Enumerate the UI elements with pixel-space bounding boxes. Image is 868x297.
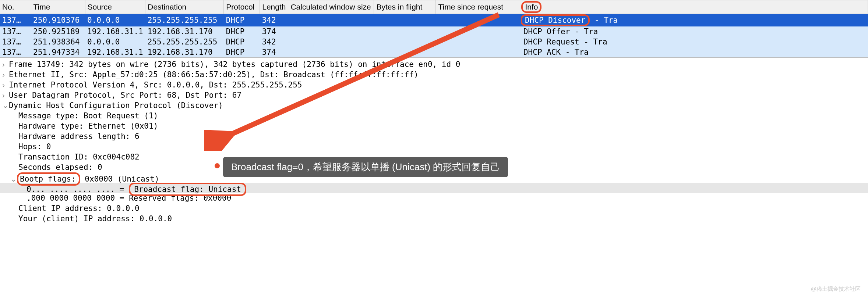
cell-win: [288, 14, 374, 27]
cell-no: 137…: [0, 14, 31, 27]
broadcast-flag-highlight: Broadcast flag: Unicast: [129, 183, 246, 196]
annotation-tooltip: Broadcast flag=0，希望服务器以单播 (Unicast) 的形式回…: [223, 157, 508, 177]
tree-hw-type[interactable]: Hardware type: Ethernet (0x01): [0, 121, 868, 131]
packet-details-pane[interactable]: ›Frame 13749: 342 bytes on wire (2736 bi…: [0, 57, 868, 225]
col-win[interactable]: Calculated window size: [288, 0, 374, 14]
chevron-down-icon: ⌄: [2, 100, 9, 111]
column-header-row[interactable]: No. Time Source Destination Protocol Len…: [0, 0, 868, 14]
col-len[interactable]: Length: [260, 0, 288, 14]
col-info[interactable]: Info: [521, 0, 868, 14]
packet-row[interactable]: 137…251.9383640.0.0.0255.255.255.255DHCP…: [0, 37, 868, 47]
chevron-down-icon: ⌄: [10, 174, 17, 184]
cell-len: 342: [260, 14, 288, 27]
tree-yiaddr[interactable]: Your (client) IP address: 0.0.0.0: [0, 214, 868, 224]
cell-dst: 255.255.255.255: [145, 14, 224, 27]
col-time[interactable]: Time: [31, 0, 85, 14]
col-no[interactable]: No.: [0, 0, 31, 14]
packet-row[interactable]: 137… 250.910376 0.0.0.0 255.255.255.255 …: [0, 14, 868, 27]
tree-frame[interactable]: ›Frame 13749: 342 bytes on wire (2736 bi…: [0, 59, 868, 69]
col-proto[interactable]: Protocol: [224, 0, 260, 14]
col-dst[interactable]: Destination: [145, 0, 224, 14]
col-bytes[interactable]: Bytes in flight: [374, 0, 436, 14]
chevron-right-icon: ›: [2, 90, 9, 100]
cell-bytes: [374, 14, 436, 27]
chevron-right-icon: ›: [2, 69, 9, 80]
tree-msg-type[interactable]: Message type: Boot Request (1): [0, 111, 868, 121]
col-src[interactable]: Source: [85, 0, 145, 14]
tree-dhcp[interactable]: ⌄Dynamic Host Configuration Protocol (Di…: [0, 100, 868, 111]
chevron-right-icon: ›: [2, 80, 9, 90]
tree-hw-len[interactable]: Hardware address length: 6: [0, 131, 868, 142]
tree-udp[interactable]: ›User Datagram Protocol, Src Port: 68, D…: [0, 90, 868, 100]
cell-src: 0.0.0.0: [85, 14, 145, 27]
info-header-highlight: Info: [521, 1, 541, 13]
packet-list-table[interactable]: No. Time Source Destination Protocol Len…: [0, 0, 868, 57]
chevron-right-icon: ›: [2, 59, 9, 69]
tree-ethernet[interactable]: ›Ethernet II, Src: Apple_57:d0:25 (88:66…: [0, 69, 868, 80]
tree-ip[interactable]: ›Internet Protocol Version 4, Src: 0.0.0…: [0, 80, 868, 90]
annotation-dot-icon: [215, 163, 220, 168]
packet-row[interactable]: 137…250.925189192.168.31.1192.168.31.170…: [0, 26, 868, 37]
info-highlight-box: DHCP Discover: [521, 14, 590, 26]
tree-ciaddr[interactable]: Client IP address: 0.0.0.0: [0, 203, 868, 214]
cell-proto: DHCP: [224, 14, 260, 27]
cell-time: 250.910376: [31, 14, 85, 27]
cell-since: [436, 14, 521, 27]
col-since[interactable]: Time since request: [436, 0, 521, 14]
tree-hops[interactable]: Hops: 0: [0, 142, 868, 152]
cell-info: DHCP Discover - Tra: [521, 14, 868, 27]
packet-row[interactable]: 137…251.947334192.168.31.1192.168.31.170…: [0, 47, 868, 57]
watermark: @稀土掘金技术社区: [811, 286, 861, 293]
tree-broadcast-flag[interactable]: 0... .... .... .... = Broadcast flag: Un…: [0, 183, 868, 193]
